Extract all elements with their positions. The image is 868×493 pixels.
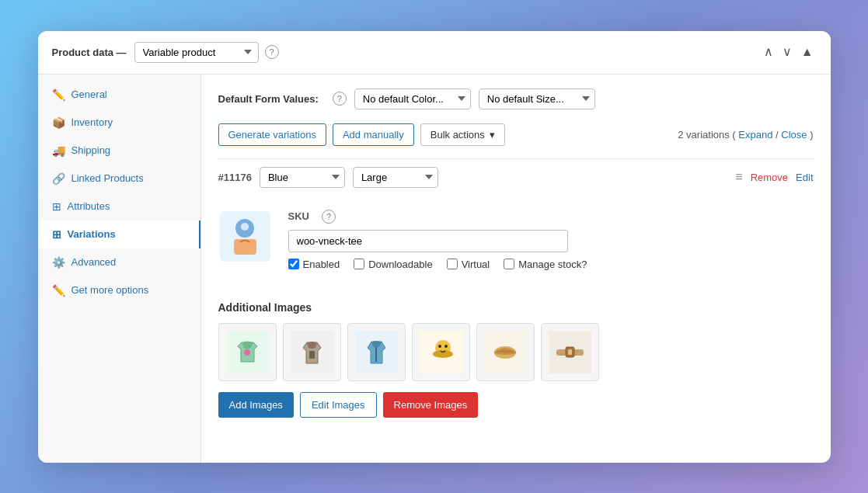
image-buttons-row: Add Images Edit Images Remove Images xyxy=(218,392,814,418)
variation-row: #11176 Blue Large ≡ Remove Edit xyxy=(218,158,814,196)
inventory-icon: 📦 xyxy=(52,116,65,129)
shipping-icon: 🚚 xyxy=(52,144,65,157)
image-thumb-1[interactable] xyxy=(218,323,277,381)
product-data-header: Product data — Variable product ? ∧ ∨ ▲ xyxy=(38,31,831,75)
collapse-full-button[interactable]: ▲ xyxy=(798,44,817,60)
bulk-actions-chevron-icon: ▾ xyxy=(490,129,495,141)
image-thumb-6[interactable] xyxy=(541,323,599,381)
sidebar-item-get-more-options-label: Get more options xyxy=(71,284,149,296)
downloadable-checkbox[interactable] xyxy=(354,259,364,269)
sidebar-item-shipping-label: Shipping xyxy=(71,144,111,156)
sidebar-item-get-more-options[interactable]: ✏️ Get more options xyxy=(38,276,200,304)
linked-products-icon: 🔗 xyxy=(52,172,65,185)
downloadable-checkbox-item[interactable]: Downloadable xyxy=(354,259,432,270)
svg-rect-20 xyxy=(568,349,572,355)
actions-row: Generate variations Add manually Bulk ac… xyxy=(218,123,814,146)
sidebar-item-advanced[interactable]: ⚙️ Advanced xyxy=(38,248,200,276)
manage-stock-checkbox[interactable] xyxy=(504,259,514,269)
downloadable-label: Downloadable xyxy=(368,259,432,270)
sku-row: SKU ? xyxy=(288,210,814,224)
additional-images-section: Additional Images xyxy=(218,301,814,418)
variations-count: 2 variations ( Expand / Close ) xyxy=(678,129,813,141)
enabled-checkbox[interactable] xyxy=(288,259,299,269)
add-manually-button[interactable]: Add manually xyxy=(333,123,414,146)
variation-content: SKU ? Enabled Downloadable xyxy=(218,202,814,289)
variation-remove-link[interactable]: Remove xyxy=(751,172,788,183)
images-grid xyxy=(218,323,814,381)
sidebar-item-inventory[interactable]: 📦 Inventory xyxy=(38,109,200,137)
advanced-icon: ⚙️ xyxy=(52,256,65,269)
collapse-down-button[interactable]: ∨ xyxy=(779,44,795,60)
image-thumb-5[interactable] xyxy=(476,323,535,381)
variations-paren-close: ) xyxy=(810,129,813,141)
header-controls: ∧ ∨ ▲ xyxy=(761,44,817,60)
sidebar-item-general[interactable]: ✏️ General xyxy=(38,81,200,109)
sku-section: SKU ? Enabled Downloadable xyxy=(288,210,814,276)
variation-image-svg xyxy=(220,211,270,262)
main-content: Default Form Values: ? No default Color.… xyxy=(201,75,831,463)
image-thumb-4[interactable] xyxy=(412,323,470,381)
variation-color-select[interactable]: Blue xyxy=(260,167,345,188)
variation-controls: ≡ Remove Edit xyxy=(735,170,813,184)
sidebar-item-attributes[interactable]: ⊞ Attributes xyxy=(38,193,200,220)
thumb-svg-3 xyxy=(355,331,398,373)
sidebar: ✏️ General 📦 Inventory 🚚 Shipping 🔗 Link… xyxy=(38,75,201,463)
image-thumb-3[interactable] xyxy=(347,323,406,381)
svg-rect-7 xyxy=(309,351,315,359)
checkboxes-row: Enabled Downloadable Virtual Manage xyxy=(288,252,814,276)
sidebar-item-general-label: General xyxy=(71,89,107,100)
variations-paren-open: ( xyxy=(732,129,735,141)
enabled-checkbox-item[interactable]: Enabled xyxy=(288,259,340,270)
image-thumb-2[interactable] xyxy=(283,323,341,381)
default-size-select[interactable]: No default Size... xyxy=(479,89,595,109)
header-label: Product data — xyxy=(52,47,127,58)
virtual-label: Virtual xyxy=(462,259,490,270)
variation-size-select[interactable]: Large xyxy=(353,167,438,188)
remove-images-button[interactable]: Remove Images xyxy=(383,392,479,418)
svg-point-5 xyxy=(244,349,250,356)
add-images-button[interactable]: Add Images xyxy=(218,392,294,418)
product-data-window: Product data — Variable product ? ∧ ∨ ▲ … xyxy=(38,31,831,463)
variation-edit-link[interactable]: Edit xyxy=(796,172,813,183)
variations-count-text: 2 variations xyxy=(678,129,729,141)
svg-point-13 xyxy=(444,345,448,348)
get-more-options-icon: ✏️ xyxy=(52,284,65,297)
default-color-select[interactable]: No default Color... xyxy=(354,89,471,109)
variation-image[interactable] xyxy=(218,210,273,264)
form-values-help-icon[interactable]: ? xyxy=(333,92,347,106)
bulk-actions-button[interactable]: Bulk actions ▾ xyxy=(420,123,505,146)
body: ✏️ General 📦 Inventory 🚚 Shipping 🔗 Link… xyxy=(38,75,831,463)
variations-icon: ⊞ xyxy=(52,228,61,241)
sidebar-item-shipping[interactable]: 🚚 Shipping xyxy=(38,137,200,165)
close-link[interactable]: Close xyxy=(781,129,807,141)
svg-point-16 xyxy=(494,350,516,355)
edit-images-button[interactable]: Edit Images xyxy=(300,392,377,418)
header-help-icon[interactable]: ? xyxy=(265,45,279,59)
sidebar-item-linked-products-label: Linked Products xyxy=(71,172,144,184)
generate-variations-button[interactable]: Generate variations xyxy=(218,123,326,146)
virtual-checkbox-item[interactable]: Virtual xyxy=(447,259,490,270)
sidebar-item-variations[interactable]: ⊞ Variations xyxy=(38,220,200,248)
thumb-svg-5 xyxy=(484,331,527,373)
expand-link[interactable]: Expand xyxy=(738,129,772,141)
svg-rect-2 xyxy=(234,239,256,255)
svg-point-3 xyxy=(241,223,249,231)
manage-stock-label: Manage stock? xyxy=(518,259,587,270)
bulk-actions-label: Bulk actions xyxy=(431,129,485,141)
thumb-svg-1 xyxy=(226,331,269,373)
sidebar-item-inventory-label: Inventory xyxy=(71,116,113,128)
sidebar-item-advanced-label: Advanced xyxy=(71,256,117,268)
variation-menu-icon[interactable]: ≡ xyxy=(735,170,742,184)
sku-input[interactable] xyxy=(288,230,568,252)
thumb-svg-6 xyxy=(549,331,591,373)
thumb-svg-2 xyxy=(291,331,333,373)
manage-stock-checkbox-item[interactable]: Manage stock? xyxy=(504,259,587,270)
collapse-up-button[interactable]: ∧ xyxy=(761,44,776,60)
sku-label-text: SKU xyxy=(288,210,309,222)
virtual-checkbox[interactable] xyxy=(447,259,458,269)
sku-help-icon[interactable]: ? xyxy=(322,210,336,224)
attributes-icon: ⊞ xyxy=(52,200,61,213)
product-type-select[interactable]: Variable product xyxy=(134,42,259,63)
sidebar-item-linked-products[interactable]: 🔗 Linked Products xyxy=(38,165,200,193)
thumb-svg-4 xyxy=(420,331,462,373)
